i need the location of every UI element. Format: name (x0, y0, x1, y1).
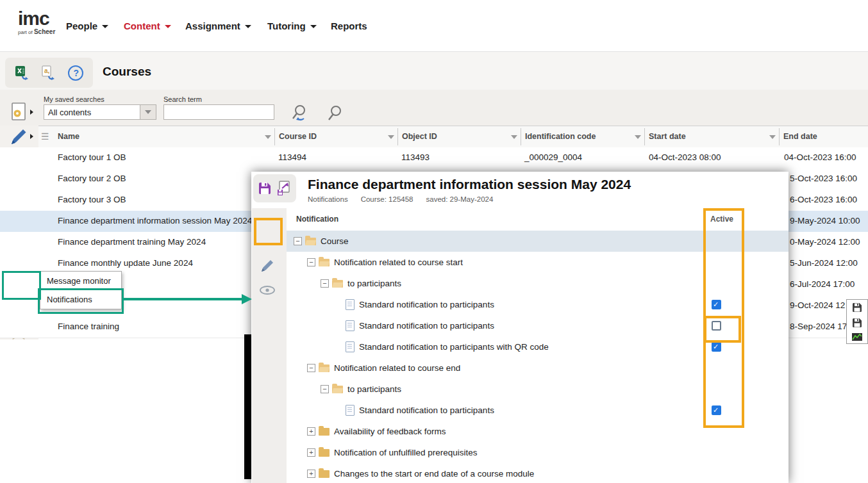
tree-row[interactable]: Notification related to course end (287, 357, 789, 379)
annotation-black-bar (244, 334, 251, 479)
collapse-icon[interactable] (321, 279, 329, 288)
cell-end-date: 5-Jun-2024 12:00 (790, 258, 858, 268)
cell-name: Factory tour 1 OB (58, 152, 126, 162)
filter-arrow-icon[interactable] (388, 135, 394, 139)
active-checkbox[interactable] (712, 405, 721, 415)
folder-open-icon (319, 364, 330, 372)
cell-end-date: 5-Oct-2023 16:00 (790, 174, 857, 183)
dialog-title: Finance department information session M… (308, 177, 631, 192)
cell-name: Finance training (58, 322, 119, 331)
nav-item-content[interactable]: Content (124, 0, 171, 51)
dialog-course-id: Course: 125458 (361, 195, 413, 203)
collapse-icon[interactable] (307, 364, 315, 372)
document-icon (346, 405, 355, 416)
filter-arrow-icon[interactable] (265, 135, 271, 139)
nav-item-people[interactable]: People (66, 0, 108, 51)
col-header-identification-code[interactable]: Identification code (525, 132, 596, 141)
col-header-start-date[interactable]: Start date (649, 132, 686, 141)
collapse-icon[interactable] (321, 385, 329, 393)
active-checkbox[interactable] (712, 342, 721, 352)
col-header-course-id[interactable]: Course ID (279, 132, 317, 141)
chevron-down-icon (145, 110, 151, 114)
folder-icon (319, 470, 330, 478)
expand-icon[interactable] (307, 448, 315, 457)
save-icon[interactable] (852, 302, 862, 313)
cell-end-date: 9-May-2024 10:00 (790, 216, 860, 225)
dialog-section: Notifications (308, 195, 348, 203)
excel-export-icon[interactable] (14, 65, 31, 81)
nav-item-tutoring[interactable]: Tutoring (267, 0, 317, 51)
top-nav-bar: imc part of Scheer People Content Assign… (0, 0, 868, 52)
tree-row[interactable]: Notification related to course start (287, 252, 789, 274)
chevron-down-icon (310, 25, 317, 28)
cell-end-date: 8-Sep-2024 17 (790, 322, 847, 331)
col-header-name[interactable]: Name (58, 132, 79, 141)
saved-searches-select[interactable]: All contents (44, 104, 156, 120)
cell-start-date: 04-Oct-2023 08:00 (649, 152, 721, 162)
logo-text: imc (18, 9, 55, 28)
search-reset-icon[interactable] (290, 102, 312, 124)
cell-name: Finance department training May 2024 (58, 237, 206, 247)
document-icon (346, 299, 355, 310)
cell-object-id: 113493 (401, 152, 430, 162)
cell-name: Finance monthly update June 2024 (58, 258, 193, 268)
tree-row[interactable]: to participants (287, 273, 789, 295)
cell-name: Factory tour 3 OB (58, 195, 126, 204)
new-item-icon[interactable] (8, 101, 29, 123)
col-header-active: Active (710, 215, 733, 224)
expand-icon[interactable] (307, 470, 315, 478)
save-icon[interactable] (852, 318, 862, 328)
filter-arrow-icon[interactable] (769, 135, 776, 139)
tree-header: Notification Active (287, 208, 789, 231)
chart-icon[interactable] (852, 333, 862, 341)
tree-row[interactable]: Notification of unfulfilled prerequisite… (287, 442, 789, 464)
table-header: ☰ Name Course ID Object ID Identificatio… (38, 126, 868, 149)
save-icon[interactable] (257, 181, 272, 196)
tree-row[interactable]: Changes to the start or end date of a co… (287, 463, 789, 483)
menu-item-notifications[interactable]: Notifications (40, 290, 121, 309)
nav-item-assignment[interactable]: Assignment (185, 0, 251, 51)
tree-row[interactable]: Standard notification to participants (287, 315, 789, 337)
help-icon[interactable]: ? (67, 65, 84, 81)
edit-pencil-icon[interactable] (258, 257, 277, 275)
filter-arrow-icon[interactable] (635, 135, 641, 139)
export-toolbar: a, ? (5, 58, 93, 88)
dialog-toolbar (253, 174, 296, 202)
tree-row[interactable]: Availability of feedback forms (287, 421, 789, 443)
tree-row[interactable]: to participants (287, 379, 789, 400)
drag-handle-icon[interactable]: ☰ (41, 131, 49, 142)
submenu-arrow-icon (30, 134, 33, 139)
col-header-object-id[interactable]: Object ID (402, 132, 437, 141)
table-row[interactable]: Factory tour 1 OB 113494 113493 _000029_… (0, 147, 868, 169)
edit-pencil-icon[interactable] (8, 126, 29, 147)
nav-item-reports[interactable]: Reports (331, 0, 367, 51)
text-export-icon[interactable]: a, (40, 65, 57, 81)
dialog-saved-date: saved: 29-May-2024 (426, 195, 493, 203)
search-icon[interactable] (327, 104, 346, 123)
chevron-down-icon (245, 25, 251, 28)
chevron-down-icon (102, 25, 108, 28)
tree-row[interactable]: Standard notification to participants (287, 400, 789, 422)
save-and-exit-icon[interactable] (276, 180, 292, 197)
view-eye-icon[interactable] (258, 281, 277, 299)
cell-name: Factory tour 2 OB (58, 174, 126, 183)
tree-row[interactable]: Course (287, 231, 789, 252)
select-dropdown-button[interactable] (140, 105, 156, 119)
expand-icon[interactable] (307, 427, 315, 436)
collapse-icon[interactable] (307, 258, 315, 266)
filter-arrow-icon[interactable] (511, 135, 517, 139)
collapse-icon[interactable] (294, 237, 302, 245)
notifications-dialog: Finance department information session M… (251, 172, 789, 483)
dialog-rail (252, 208, 287, 483)
active-checkbox[interactable] (712, 321, 721, 331)
folder-open-icon (332, 280, 343, 288)
search-term-input[interactable] (163, 104, 274, 120)
folder-open-icon (332, 386, 343, 393)
col-header-end-date[interactable]: End date (783, 132, 817, 141)
tree-row[interactable]: Standard notification to participants wi… (287, 336, 789, 358)
menu-item-message-monitor[interactable]: Message monitor (40, 272, 121, 290)
active-checkbox[interactable] (712, 300, 721, 309)
context-menu: Message monitor Notifications (40, 271, 122, 309)
cell-end-date: 6-Jul-2024 17:00 (790, 279, 855, 289)
tree-row[interactable]: Standard notification to participants (287, 294, 789, 316)
